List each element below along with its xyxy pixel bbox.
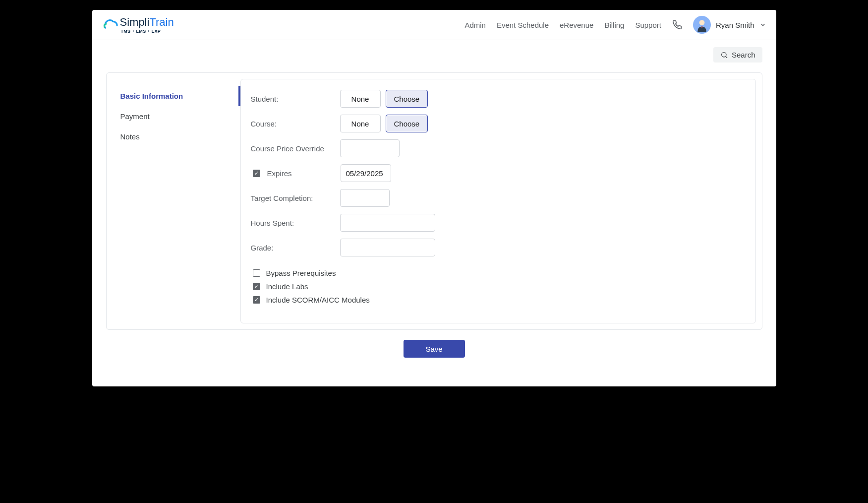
course-choose-button[interactable]: Choose <box>386 115 428 132</box>
price-override-input[interactable] <box>340 139 400 157</box>
user-name: Ryan Smith <box>716 21 754 29</box>
logo: SimpliTrain TMS + LMS + LXP <box>102 16 174 34</box>
panel: Basic Information Payment Notes Student:… <box>106 72 762 330</box>
sidebar-item-payment[interactable]: Payment <box>107 106 240 126</box>
nav-erevenue[interactable]: eRevenue <box>560 21 593 29</box>
nav: Admin Event Schedule eRevenue Billing Su… <box>464 16 766 34</box>
sidebar-item-basic-info[interactable]: Basic Information <box>107 86 240 106</box>
bypass-prereq-label: Bypass Prerequisites <box>266 269 336 277</box>
price-override-row: Course Price Override <box>251 139 746 158</box>
student-row: Student: None Choose <box>251 89 746 108</box>
header: SimpliTrain TMS + LMS + LXP Admin Event … <box>92 10 776 40</box>
search-label: Search <box>732 51 755 59</box>
sidebar: Basic Information Payment Notes <box>107 73 240 329</box>
grade-input[interactable] <box>340 239 435 256</box>
hours-spent-row: Hours Spent: <box>251 213 746 232</box>
search-row: Search <box>92 40 776 63</box>
content: Basic Information Payment Notes Student:… <box>92 63 776 386</box>
app-window: SimpliTrain TMS + LMS + LXP Admin Event … <box>92 10 776 386</box>
include-labs-label: Include Labs <box>266 282 308 291</box>
save-button[interactable]: Save <box>404 340 465 358</box>
expires-date-input[interactable] <box>341 164 391 182</box>
course-value: None <box>340 115 381 132</box>
include-scorm-label: Include SCORM/AICC Modules <box>266 296 370 304</box>
target-completion-row: Target Completion: <box>251 189 746 207</box>
include-scorm-row: Include SCORM/AICC Modules <box>251 296 746 304</box>
form-area: Student: None Choose Course: None Choose… <box>240 79 756 323</box>
options: Bypass Prerequisites Include Labs Includ… <box>251 269 746 304</box>
course-row: Course: None Choose <box>251 114 746 133</box>
bypass-prereq-checkbox[interactable] <box>253 269 260 277</box>
nav-support[interactable]: Support <box>635 21 661 29</box>
expires-checkbox[interactable] <box>253 170 260 177</box>
student-choose-button[interactable]: Choose <box>386 90 428 108</box>
grade-label: Grade: <box>251 244 340 252</box>
expires-label: Expires <box>267 169 341 178</box>
student-label: Student: <box>251 95 340 103</box>
search-button[interactable]: Search <box>713 47 762 63</box>
svg-point-1 <box>699 20 705 25</box>
target-completion-label: Target Completion: <box>251 194 340 202</box>
phone-icon[interactable] <box>672 20 682 30</box>
search-icon <box>720 51 728 59</box>
expires-row: Expires <box>251 164 746 183</box>
course-label: Course: <box>251 120 340 128</box>
logo-tagline: TMS + LMS + LXP <box>121 29 161 34</box>
price-override-label: Course Price Override <box>251 144 340 153</box>
avatar <box>693 16 711 34</box>
nav-event-schedule[interactable]: Event Schedule <box>497 21 549 29</box>
hours-spent-input[interactable] <box>340 214 435 232</box>
include-labs-row: Include Labs <box>251 282 746 291</box>
grade-row: Grade: <box>251 238 746 257</box>
include-scorm-checkbox[interactable] <box>253 296 260 304</box>
logo-main: SimpliTrain <box>102 16 174 29</box>
save-row: Save <box>106 330 762 373</box>
target-completion-input[interactable] <box>340 189 390 207</box>
user-menu[interactable]: Ryan Smith <box>693 16 766 34</box>
nav-billing[interactable]: Billing <box>604 21 624 29</box>
sidebar-item-notes[interactable]: Notes <box>107 126 240 147</box>
svg-point-2 <box>722 52 726 57</box>
bypass-prereq-row: Bypass Prerequisites <box>251 269 746 277</box>
chevron-down-icon <box>759 21 766 28</box>
hours-spent-label: Hours Spent: <box>251 219 340 227</box>
nav-admin[interactable]: Admin <box>464 21 486 29</box>
include-labs-checkbox[interactable] <box>253 283 260 290</box>
student-value: None <box>340 90 381 108</box>
svg-line-3 <box>726 57 727 58</box>
cloud-icon <box>102 16 121 29</box>
logo-text: SimpliTrain <box>120 16 174 29</box>
